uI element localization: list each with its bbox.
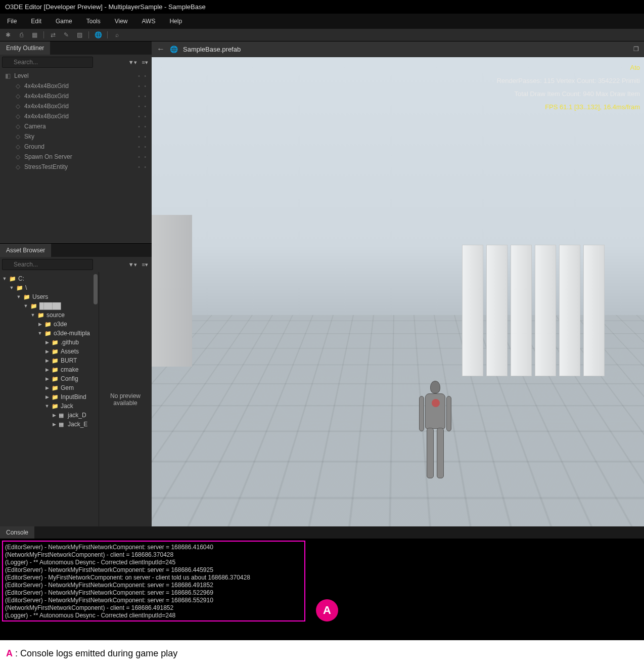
- asset-tree-item[interactable]: ▶▦jack_D: [0, 411, 99, 420]
- asset-tree-item[interactable]: ▼📁Users: [0, 292, 99, 301]
- console-line: (EditorServer) - MyFirstNetworkComponent…: [5, 574, 302, 582]
- annotation-badge-a: A: [316, 599, 338, 621]
- menu-tools[interactable]: Tools: [79, 16, 108, 27]
- window-titlebar: O3DE Editor [Developer Preview] - Multip…: [0, 0, 644, 14]
- outliner-entity[interactable]: ◇4x4x4x4BoxGrid• •: [0, 81, 152, 91]
- asset-tree-item[interactable]: ▼📁o3de-multipla: [0, 329, 99, 338]
- folder-icon: 📁: [52, 376, 59, 382]
- asset-tree-item[interactable]: ▼📁C:: [0, 274, 99, 283]
- console-line: (NetworkMyFirstNetworkComponent) - clien…: [5, 551, 302, 559]
- entity-icon: ◇: [14, 153, 21, 160]
- outliner-entity[interactable]: ◇4x4x4x4BoxGrid• •: [0, 101, 152, 111]
- menu-file[interactable]: File: [0, 16, 24, 27]
- asset-tree-item[interactable]: ▶📁Assets: [0, 347, 99, 356]
- viewport-stats-overlay: Ato RenderPasses: 115 Vertex Count: 3542…: [497, 61, 640, 114]
- save-icon[interactable]: ⎙: [17, 31, 25, 39]
- asset-tree-item[interactable]: ▶📁.github: [0, 338, 99, 347]
- asset-tree-item[interactable]: ▶📁BURT: [0, 356, 99, 365]
- outliner-entity[interactable]: ◇4x4x4x4BoxGrid• •: [0, 91, 152, 101]
- console-line: (EditorServer) - NetworkMyFirstNetworkCo…: [5, 582, 302, 589]
- asset-tree-item[interactable]: ▶📁o3de: [0, 320, 99, 329]
- console-line: (Logger) - ** Autonomous Desync - Correc…: [5, 612, 302, 619]
- entity-outliner-tab[interactable]: Entity Outliner: [0, 41, 50, 55]
- console-line: (EditorServer) - NetworkMyFirstNetworkCo…: [5, 566, 302, 574]
- outliner-entity[interactable]: ◇Camera• •: [0, 121, 152, 131]
- filter-icon[interactable]: ▼▾: [127, 59, 139, 66]
- folder-icon: 📁: [52, 339, 59, 346]
- console-output[interactable]: (EditorServer) - NetworkMyFirstNetworkCo…: [2, 541, 305, 621]
- folder-icon: 📁: [44, 321, 52, 328]
- entity-icon: ◇: [14, 82, 21, 90]
- restore-down-icon[interactable]: ❐: [633, 46, 639, 53]
- asset-search-input[interactable]: [2, 259, 93, 270]
- outliner-entity[interactable]: ◇Ground• •: [0, 142, 152, 152]
- asset-tree-item[interactable]: ▼📁Jack: [0, 402, 99, 411]
- measure-icon[interactable]: ✎: [62, 31, 70, 39]
- entity-icon: ◇: [14, 143, 21, 150]
- filter-icon[interactable]: ▼▾: [127, 261, 139, 268]
- asset-tree-item[interactable]: ▶📁cmake: [0, 365, 99, 374]
- file-icon: ▦: [59, 421, 66, 428]
- console-panel: Console (EditorServer) - NetworkMyFirstN…: [0, 526, 644, 640]
- asset-tree-item[interactable]: ▼📁\: [0, 283, 99, 292]
- asset-browser-panel: Asset Browser ▼▾ ≡▾ ▼📁C:▼📁\▼📁Users▼📁████…: [0, 244, 152, 526]
- console-line: (EditorServer) - NetworkMyFirstNetworkCo…: [5, 597, 302, 604]
- folder-icon: 📁: [44, 330, 52, 337]
- entity-icon: ◇: [14, 123, 21, 130]
- asset-tree-item[interactable]: ▼📁█████: [0, 301, 99, 310]
- nav-icon[interactable]: ⇄: [49, 31, 57, 39]
- level-icon: ◧: [4, 72, 11, 79]
- asset-tree-item[interactable]: ▶📁InputBind: [0, 392, 99, 402]
- outliner-entity[interactable]: ◇Spawn On Server• •: [0, 152, 152, 162]
- asset-tree-item[interactable]: ▼📁source: [0, 310, 99, 320]
- entity-icon: ◇: [14, 113, 21, 120]
- entity-outliner-panel: Entity Outliner ▼▾ ≡▾ ◧Level• • ◇4x4x4x4…: [0, 41, 152, 244]
- asset-tree[interactable]: ▼📁C:▼📁\▼📁Users▼📁█████▼📁source▶📁o3de▼📁o3d…: [0, 272, 99, 526]
- file-icon: ▦: [59, 412, 66, 419]
- asset-preview: No preview available: [99, 272, 152, 526]
- outliner-entity[interactable]: ◇Sky• •: [0, 131, 152, 142]
- globe-icon[interactable]: 🌐: [94, 31, 102, 39]
- menu-view[interactable]: View: [108, 16, 135, 27]
- viewport-3d[interactable]: Ato RenderPasses: 115 Vertex Count: 3542…: [152, 57, 644, 526]
- outliner-entity[interactable]: ◇4x4x4x4BoxGrid• •: [0, 111, 152, 121]
- viewport-header: ← 🌐 SampleBase.prefab ❐: [152, 41, 644, 57]
- scrollbar[interactable]: [94, 274, 98, 304]
- folder-icon: 📁: [23, 294, 30, 300]
- entity-icon: ◇: [14, 103, 21, 110]
- ai-icon[interactable]: ▦: [30, 31, 38, 39]
- folder-icon: 📁: [52, 394, 59, 401]
- back-arrow-icon[interactable]: ←: [157, 45, 165, 54]
- play-icon[interactable]: ✱: [4, 31, 12, 39]
- menu-help[interactable]: Help: [162, 16, 189, 27]
- menubar: File Edit Game Tools View AWS Help: [0, 14, 644, 29]
- menu-game[interactable]: Game: [49, 16, 79, 27]
- asset-browser-tab[interactable]: Asset Browser: [0, 244, 51, 257]
- level-root[interactable]: ◧Level• •: [0, 71, 152, 81]
- outliner-entity[interactable]: ◇StressTestEntity• •: [0, 162, 152, 172]
- folder-icon: 📁: [9, 276, 16, 282]
- asset-tree-item[interactable]: ▶📁Gem: [0, 383, 99, 392]
- outliner-tree: ◧Level• • ◇4x4x4x4BoxGrid• •◇4x4x4x4BoxG…: [0, 70, 152, 243]
- entity-icon: ◇: [14, 133, 21, 140]
- prefab-globe-icon: 🌐: [170, 46, 178, 53]
- menu-edit[interactable]: Edit: [24, 16, 49, 27]
- folder-icon: 📁: [37, 312, 44, 319]
- search-icon[interactable]: ⌕: [113, 31, 121, 39]
- terrain-icon[interactable]: ▨: [75, 31, 83, 39]
- outliner-search-input[interactable]: [2, 57, 93, 68]
- menu-aws[interactable]: AWS: [135, 16, 163, 27]
- toolbar: ✱ ⎙ ▦ ⇄ ✎ ▨ 🌐 ⌕: [0, 29, 644, 41]
- list-options-icon[interactable]: ≡▾: [141, 261, 150, 268]
- console-tab[interactable]: Console: [0, 526, 34, 539]
- asset-tree-item[interactable]: ▶📁Config: [0, 374, 99, 383]
- folder-icon: 📁: [52, 403, 59, 410]
- console-line: (NetworkMyFirstNetworkComponent) - clien…: [5, 604, 302, 612]
- list-options-icon[interactable]: ≡▾: [141, 59, 150, 66]
- folder-icon: 📁: [30, 303, 37, 309]
- folder-icon: 📁: [52, 367, 59, 373]
- asset-tree-item[interactable]: ▶▦Jack_E: [0, 420, 99, 429]
- folder-icon: 📁: [16, 285, 23, 291]
- separator: [107, 31, 108, 38]
- folder-icon: 📁: [52, 348, 59, 355]
